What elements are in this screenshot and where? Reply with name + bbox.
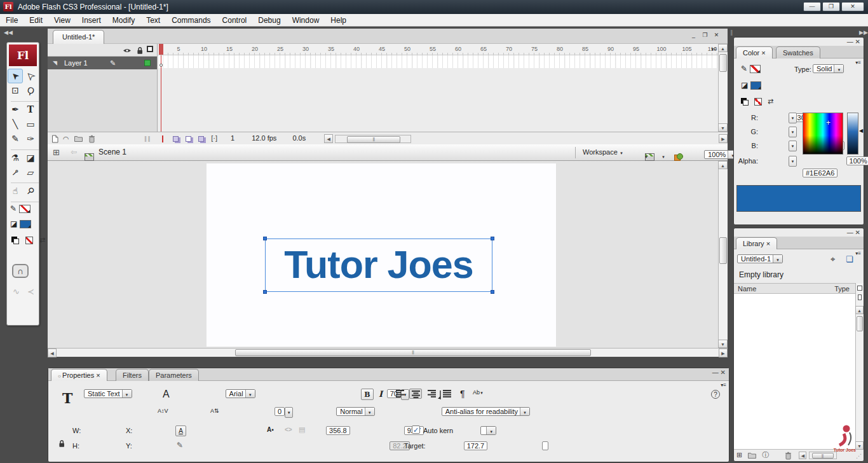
outline-column-icon[interactable] (147, 46, 153, 52)
scroll-up-icon[interactable]: ▲ (855, 306, 864, 314)
subselection-tool-icon[interactable]: ➤ (23, 69, 38, 83)
hex-input[interactable]: #1E62A6 (803, 169, 837, 177)
frame-ruler[interactable]: 5101520253035404550556065707580859095100… (158, 44, 718, 55)
scroll-left-icon[interactable]: ◀ (48, 349, 57, 357)
tab-parameters[interactable]: Parameters (149, 369, 199, 381)
doc-restore-icon[interactable]: ❐ (700, 31, 710, 39)
panel-minimize-icon[interactable]: — (847, 38, 853, 45)
rectangle-tool-icon[interactable]: ▭ (23, 117, 38, 132)
align-center-button[interactable] (409, 389, 422, 399)
stage-vscroll-thumb[interactable] (719, 237, 727, 264)
character-position-select[interactable]: Normal▼ (336, 407, 374, 416)
selection-handle[interactable] (263, 290, 267, 294)
menu-item[interactable]: Help (325, 14, 352, 25)
tab-properties[interactable]: ○ Properties × (51, 369, 107, 381)
scroll-up-icon[interactable]: ▲ (718, 161, 728, 169)
edit-multiple-frames-icon[interactable] (198, 136, 204, 142)
panel-minimize-icon[interactable]: — (847, 229, 853, 236)
menu-item[interactable]: Edit (24, 14, 48, 25)
menu-item[interactable]: Text (140, 14, 166, 25)
red-slider-icon[interactable]: ▼ (789, 113, 797, 123)
delete-item-icon[interactable] (785, 452, 792, 460)
window-restore-button[interactable]: ❐ (822, 2, 840, 11)
collapse-left-dock-icon[interactable]: ◀◀ (4, 29, 13, 36)
no-color-icon[interactable] (754, 98, 762, 106)
zoom-tool-icon[interactable]: ⚲ (23, 184, 38, 198)
alpha-slider-icon[interactable]: ▼ (789, 156, 797, 167)
alpha-input[interactable]: 100% (846, 156, 868, 165)
tab-filters[interactable]: Filters (116, 369, 149, 381)
window-minimize-button[interactable]: — (803, 2, 821, 11)
narrow-view-icon[interactable] (858, 294, 862, 300)
character-embedding-icon[interactable]: A▪ (267, 426, 274, 433)
new-library-panel-icon[interactable]: ❏ (846, 254, 853, 264)
ink-bottle-tool-icon[interactable]: ⚗ (8, 151, 23, 165)
scroll-down-icon[interactable]: ▼ (718, 340, 728, 348)
window-close-button[interactable]: ✕ (841, 2, 864, 11)
snap-magnet-button[interactable]: ∩ (12, 264, 29, 278)
fill-type-select[interactable]: Solid▼ (813, 64, 844, 73)
new-symbol-icon[interactable]: ⊞ (736, 451, 742, 459)
green-slider-icon[interactable]: ▼ (789, 127, 797, 137)
url-input[interactable] (542, 441, 548, 450)
timeline-panel-menu-icon[interactable]: ▾≡ (711, 46, 717, 52)
onion-skin-outlines-icon[interactable] (186, 136, 191, 142)
text-type-select[interactable]: Static Text▼ (84, 389, 132, 398)
scroll-right-icon[interactable]: ▶ (719, 349, 728, 357)
panel-close-icon[interactable]: ✕ (855, 229, 860, 236)
library-document-select[interactable]: Untitled-1▼ (737, 254, 783, 263)
selectable-text-button[interactable]: A (175, 425, 186, 436)
selected-text-object[interactable]: Tutor Joes (265, 238, 492, 292)
brightness-slider[interactable] (847, 113, 858, 155)
hand-tool-icon[interactable]: ☝ (8, 184, 23, 198)
smooth-option-icon[interactable]: ∿ (13, 287, 20, 296)
selection-tool-icon[interactable]: ➤ (8, 69, 23, 83)
paint-bucket-tool-icon[interactable]: ◪ (23, 151, 38, 165)
lasso-tool-icon[interactable]: Ϙ (23, 83, 38, 98)
panel-minimize-icon[interactable]: — (712, 369, 719, 376)
tab-library[interactable]: Library × (736, 237, 777, 249)
stroke-color-swatch[interactable] (19, 205, 31, 213)
wide-view-icon[interactable] (857, 286, 862, 291)
fill-color-swatch[interactable] (750, 81, 761, 90)
constrain-lock-icon[interactable] (58, 439, 65, 449)
library-vscrollbar[interactable]: ▲ ▼ (855, 283, 864, 450)
fill-color-swatch[interactable] (20, 220, 31, 228)
menu-item[interactable]: Insert (76, 14, 107, 25)
blue-slider-icon[interactable]: ▼ (789, 141, 797, 151)
show-border-icon[interactable]: ▤ (299, 425, 305, 434)
show-hide-column-icon[interactable] (123, 48, 132, 53)
color-spectrum[interactable]: + (803, 113, 843, 155)
eyedropper-tool-icon[interactable]: ⊸ (8, 165, 23, 180)
line-tool-icon[interactable]: ╲ (8, 117, 23, 132)
new-folder-icon[interactable] (748, 452, 756, 459)
text-direction-icon[interactable]: Ab▼ (473, 389, 484, 396)
library-hscroll-thumb[interactable]: ⦀ (812, 453, 834, 459)
stage-hscroll-thumb[interactable]: ⦀ (235, 349, 591, 356)
column-name[interactable]: Name (738, 285, 756, 293)
menu-item[interactable]: Commands (166, 14, 216, 25)
anti-alias-select[interactable]: Anti-alias for readability▼ (442, 407, 530, 416)
library-hscrollbar[interactable]: ⦀ (809, 452, 837, 459)
auto-kern-checkbox[interactable]: ✓ (412, 425, 420, 434)
frame-rate-value[interactable]: 12.0 fps (252, 134, 276, 142)
help-icon[interactable]: ? (711, 390, 720, 399)
scroll-up-icon[interactable]: ▲ (718, 44, 728, 52)
menu-item[interactable]: Control (217, 14, 253, 25)
black-white-colors-icon[interactable] (11, 237, 19, 244)
letter-spacing-input[interactable]: 0▼ (275, 407, 285, 416)
scroll-down-icon[interactable]: ▼ (855, 441, 864, 450)
layer-name[interactable]: Layer 1 (64, 57, 88, 69)
timeline-vscroll-thumb[interactable] (719, 54, 727, 72)
selection-handle[interactable] (491, 237, 494, 240)
back-arrow-icon[interactable]: ⇦ (71, 144, 77, 160)
scroll-down-icon[interactable]: ▼ (718, 123, 728, 132)
tab-color[interactable]: Color × (736, 46, 773, 59)
dock-grip[interactable]: ∥ (730, 29, 734, 36)
menu-item[interactable]: Modify (107, 14, 140, 25)
frames-scroll-right-icon[interactable]: ▶ (719, 134, 728, 143)
paragraph-format-icon[interactable]: ¶ (460, 389, 465, 399)
add-motion-guide-icon[interactable]: ◠ (63, 133, 69, 145)
library-panel-menu-icon[interactable]: ▾≡ (855, 251, 861, 256)
column-type[interactable]: Type (834, 285, 850, 293)
